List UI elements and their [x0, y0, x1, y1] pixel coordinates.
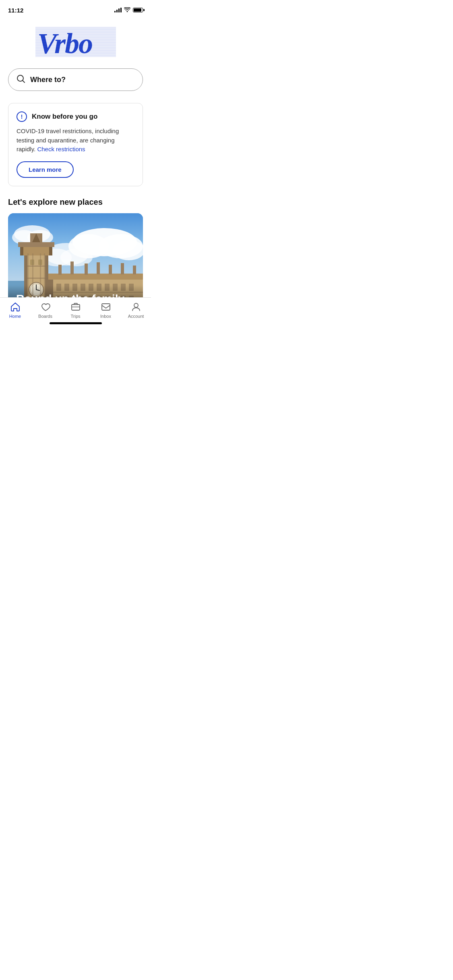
svg-rect-67: [121, 263, 124, 274]
status-icons: [114, 7, 143, 13]
info-card: ! Know before you go COVID-19 travel res…: [8, 103, 143, 186]
explore-section-title: Let's explore new places: [8, 198, 143, 207]
bottom-indicator: [50, 322, 102, 324]
inbox-icon: [101, 302, 111, 312]
nav-label-inbox: Inbox: [100, 314, 111, 319]
svg-rect-64: [85, 264, 88, 275]
svg-rect-63: [70, 261, 74, 274]
nav-label-trips: Trips: [70, 314, 80, 319]
trips-icon: [70, 302, 81, 312]
svg-point-73: [134, 303, 138, 307]
nav-item-account[interactable]: Account: [124, 302, 148, 319]
svg-rect-62: [58, 265, 62, 275]
battery-icon: [133, 8, 143, 12]
svg-rect-68: [133, 266, 136, 274]
main-content: Vrbo Where to? ! Know before you go COVI…: [0, 18, 151, 326]
search-icon: [17, 74, 25, 85]
search-bar[interactable]: Where to?: [8, 68, 143, 91]
logo-container: Vrbo: [8, 26, 143, 60]
status-bar: 11:12: [0, 0, 151, 18]
nav-item-boards[interactable]: Boards: [33, 302, 58, 319]
alert-icon: !: [17, 111, 27, 122]
nav-item-inbox[interactable]: Inbox: [94, 302, 118, 319]
home-icon: [10, 302, 21, 312]
nav-label-boards: Boards: [38, 314, 52, 319]
account-icon: [131, 302, 141, 312]
svg-rect-3: [35, 27, 116, 57]
svg-rect-72: [102, 304, 110, 310]
status-time: 11:12: [8, 7, 23, 14]
boards-icon: [40, 302, 51, 312]
learn-more-button[interactable]: Learn more: [17, 161, 74, 178]
search-placeholder: Where to?: [30, 76, 66, 84]
vrbo-logo: Vrbo: [35, 26, 116, 58]
info-card-body: COVID-19 travel restrictions, including …: [17, 127, 134, 154]
nav-item-trips[interactable]: Trips: [64, 302, 88, 319]
nav-item-home[interactable]: Home: [3, 302, 27, 319]
info-card-header: ! Know before you go: [17, 111, 134, 122]
svg-rect-66: [109, 265, 112, 274]
nav-label-account: Account: [128, 314, 144, 319]
svg-rect-71: [72, 305, 80, 310]
svg-rect-61: [48, 274, 143, 280]
signal-icon: [114, 8, 122, 12]
info-card-title: Know before you go: [32, 113, 97, 121]
wifi-icon: [124, 7, 130, 13]
check-restrictions-link[interactable]: Check restrictions: [37, 146, 85, 152]
nav-label-home: Home: [9, 314, 21, 319]
svg-rect-65: [97, 262, 100, 274]
